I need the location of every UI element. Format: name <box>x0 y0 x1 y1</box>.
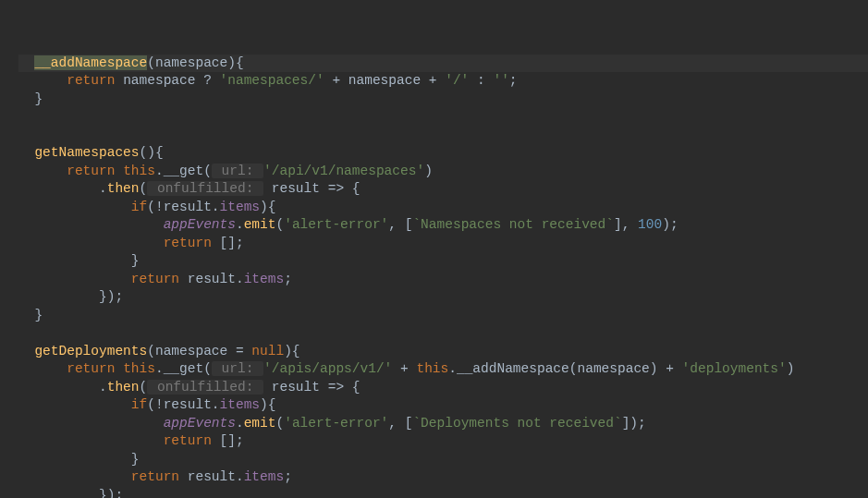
keyword-if: if <box>131 200 147 214</box>
method-call: emit <box>244 217 276 232</box>
code-line: return []; <box>18 433 244 448</box>
property: items <box>220 397 261 412</box>
keyword-this: this <box>123 361 155 376</box>
keyword-this: this <box>416 361 448 376</box>
code-line: if(!result.items){ <box>18 200 275 214</box>
template-literal: `Namespaces not received` <box>412 217 614 232</box>
string-literal: '/api/v1/namespaces' <box>263 164 424 178</box>
string-literal: '/' <box>437 73 478 88</box>
parameter-hint: url: <box>212 164 263 178</box>
code-line: return namespace ? 'namespaces/' + names… <box>18 73 518 88</box>
method-name: __addNamespace <box>34 55 147 70</box>
code-text: (namespace){ <box>147 55 243 70</box>
code-line: return result.items; <box>18 272 292 286</box>
code-line: } <box>18 91 43 106</box>
code-line: appEvents.emit('alert-error', [`Namespac… <box>18 217 679 232</box>
string-literal: '' <box>485 73 509 88</box>
keyword-return: return <box>131 469 179 484</box>
code-line: } <box>18 452 140 467</box>
parameter-hint: url: <box>212 361 263 376</box>
identifier: appEvents <box>164 416 236 431</box>
code-line: __addNamespace(namespace){ <box>18 55 868 73</box>
property: items <box>244 469 285 484</box>
method-call: then <box>107 181 140 196</box>
template-literal: `Deployments not received` <box>412 416 621 431</box>
string-literal: 'alert-error' <box>284 416 388 431</box>
keyword-return: return <box>67 73 115 88</box>
method-name: getDeployments <box>34 344 147 358</box>
keyword-return: return <box>67 361 115 376</box>
parameter-hint: onfulfilled: <box>147 181 263 196</box>
code-line: return this.__get( url: '/apis/apps/v1/'… <box>18 361 794 376</box>
code-line: } <box>18 253 140 268</box>
string-literal: 'namespaces/' <box>212 73 333 88</box>
property: items <box>220 200 261 214</box>
code-line: getNamespaces(){ <box>18 145 164 160</box>
keyword-return: return <box>164 433 212 448</box>
code-line: appEvents.emit('alert-error', [`Deployme… <box>18 416 646 431</box>
code-line: return result.items; <box>18 469 292 484</box>
keyword-return: return <box>67 164 115 178</box>
code-line: return this.__get( url: '/api/v1/namespa… <box>18 164 433 178</box>
method-call: then <box>107 380 140 395</box>
code-editor[interactable]: __addNamespace(namespace){ return namesp… <box>0 55 868 499</box>
code-line: .then( onfulfilled: result => { <box>18 181 360 196</box>
keyword-return: return <box>131 272 179 286</box>
parameter-hint: onfulfilled: <box>147 380 263 395</box>
method-name: getNamespaces <box>34 145 139 160</box>
keyword-null: null <box>251 344 284 358</box>
number-literal: 100 <box>638 217 662 232</box>
indent <box>18 55 34 70</box>
code-line: .then( onfulfilled: result => { <box>18 380 360 395</box>
keyword-return: return <box>164 236 212 250</box>
string-literal: 'deployments' <box>682 361 787 376</box>
keyword-if: if <box>131 397 147 412</box>
code-line: } <box>18 308 43 322</box>
string-literal: 'alert-error' <box>284 217 388 232</box>
method-call: __get <box>164 164 204 178</box>
code-line: return []; <box>18 236 244 250</box>
code-line: if(!result.items){ <box>18 397 275 412</box>
code-line: }); <box>18 488 123 499</box>
keyword-this: this <box>123 164 155 178</box>
method-call: __get <box>164 361 204 376</box>
method-call: emit <box>244 416 276 431</box>
string-literal: '/apis/apps/v1/' <box>263 361 400 376</box>
identifier: appEvents <box>164 217 236 232</box>
code-line: }); <box>18 289 123 304</box>
method-call: __addNamespace <box>457 361 569 376</box>
code-line: getDeployments(namespace = null){ <box>18 344 300 358</box>
property: items <box>244 272 285 286</box>
